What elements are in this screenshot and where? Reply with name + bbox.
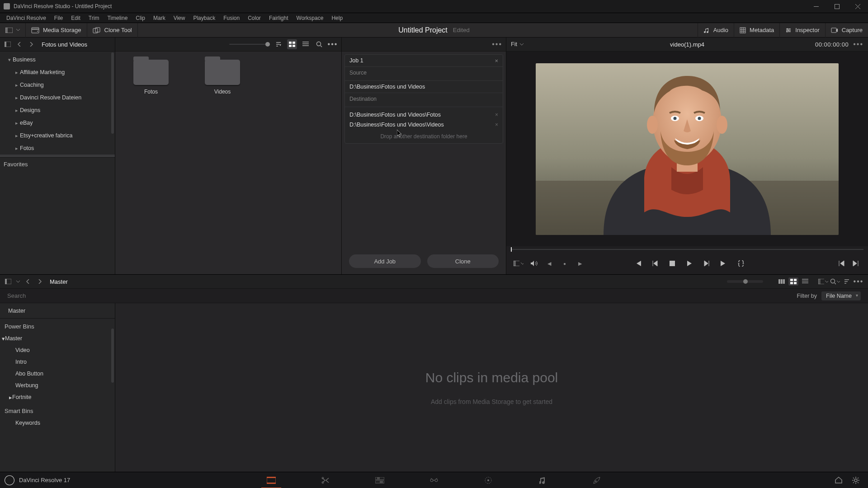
mark-in[interactable]: ◀ xyxy=(544,258,554,268)
view-list[interactable] xyxy=(301,39,311,49)
page-fairlight[interactable] xyxy=(537,475,548,486)
sort-button[interactable] xyxy=(274,39,283,49)
search-input[interactable]: Search xyxy=(7,292,26,299)
stop-button[interactable] xyxy=(667,258,677,268)
tree-scrollbar[interactable] xyxy=(111,52,114,157)
menu-workspace[interactable]: Workspace xyxy=(293,13,327,23)
remove-dest[interactable]: × xyxy=(495,112,498,118)
pool-search[interactable] xyxy=(830,277,840,286)
window-maximize[interactable] xyxy=(826,0,847,13)
menu-clip[interactable]: Clip xyxy=(132,13,149,23)
menu-help[interactable]: Help xyxy=(328,13,346,23)
menu-playback[interactable]: Playback xyxy=(189,13,219,23)
page-cut[interactable] xyxy=(320,475,331,486)
go-in-point[interactable] xyxy=(836,258,846,268)
clone-tool-button[interactable]: Clone Tool xyxy=(87,23,138,38)
favorites-section[interactable]: Favorites xyxy=(0,157,115,171)
audio-button[interactable]: Audio xyxy=(698,23,734,38)
tree-item[interactable]: ▸eBay xyxy=(0,117,115,129)
destination-drop-hint[interactable]: Drop another destination folder here xyxy=(349,130,498,141)
mark-out[interactable]: ▶ xyxy=(575,258,585,268)
pool-sort[interactable] xyxy=(842,277,852,286)
smart-bin-item[interactable]: Keywords xyxy=(0,417,115,429)
project-settings-button[interactable] xyxy=(852,476,860,484)
go-out-point[interactable] xyxy=(851,258,861,268)
menu-fairlight[interactable]: Fairlight xyxy=(265,13,292,23)
window-close[interactable] xyxy=(847,0,868,13)
page-color[interactable] xyxy=(483,475,494,486)
viewer-more[interactable]: ••• xyxy=(853,40,863,48)
media-browser-body[interactable]: Fotos Videos xyxy=(115,52,341,274)
mark-clip[interactable]: ● xyxy=(560,258,570,268)
pool-view-list[interactable] xyxy=(800,277,810,286)
view-thumbnails[interactable] xyxy=(287,39,297,49)
inspector-button[interactable]: Inspector xyxy=(779,23,825,38)
tree-root[interactable]: ▾Business xyxy=(0,53,115,66)
tree-item[interactable]: ▸Coaching xyxy=(0,79,115,91)
folder-item[interactable]: Videos xyxy=(198,60,247,95)
step-back[interactable] xyxy=(650,258,660,268)
pool-view-split[interactable] xyxy=(818,277,828,286)
nav-back[interactable] xyxy=(15,40,24,48)
page-fusion[interactable] xyxy=(429,475,439,486)
source-path[interactable]: D:\Business\Fotos und Videos xyxy=(349,84,498,90)
clone-button[interactable]: Clone xyxy=(427,254,499,268)
add-job-button[interactable]: Add Job xyxy=(349,254,421,268)
window-minimize[interactable] xyxy=(806,0,826,13)
menu-mark[interactable]: Mark xyxy=(150,13,169,23)
clone-more-button[interactable]: ••• xyxy=(492,40,502,48)
menu-davinci[interactable]: DaVinci Resolve xyxy=(3,13,50,23)
filter-by-dropdown[interactable]: File Name xyxy=(821,291,861,300)
search-button[interactable] xyxy=(314,39,324,49)
pool-view-strip[interactable] xyxy=(777,277,787,286)
viewer-zoom-fit[interactable]: Fit xyxy=(511,41,524,47)
remove-dest[interactable]: × xyxy=(495,122,498,128)
menu-edit[interactable]: Edit xyxy=(67,13,84,23)
play-button[interactable] xyxy=(684,258,694,268)
pool-more[interactable]: ••• xyxy=(854,277,863,286)
metadata-button[interactable]: Metadata xyxy=(734,23,779,38)
tree-item[interactable]: ▸Affiliate Marketing xyxy=(0,66,115,79)
menu-fusion[interactable]: Fusion xyxy=(220,13,243,23)
menu-view[interactable]: View xyxy=(170,13,189,23)
tree-item[interactable]: ▸Etsy+creative fabrica xyxy=(0,129,115,142)
pool-thumb-zoom[interactable] xyxy=(727,280,763,283)
power-bin-item[interactable]: Intro xyxy=(0,356,115,368)
tree-item[interactable]: ▸Fotos xyxy=(0,142,115,155)
layout-dropdown[interactable] xyxy=(0,23,26,38)
pool-nav-forward[interactable] xyxy=(36,278,43,285)
viewer-scrubber[interactable] xyxy=(506,246,868,253)
viewer-stage[interactable] xyxy=(506,52,868,246)
loop-button[interactable] xyxy=(736,258,746,268)
smart-bins-header[interactable]: Smart Bins xyxy=(0,403,115,417)
nav-forward[interactable] xyxy=(27,40,35,48)
go-last-frame[interactable] xyxy=(719,258,729,268)
bin-scrollbar[interactable] xyxy=(111,328,114,410)
sidebar-toggle[interactable] xyxy=(4,40,12,48)
job-close[interactable]: × xyxy=(495,57,498,64)
menu-file[interactable]: File xyxy=(51,13,66,23)
media-storage-button[interactable]: Media Storage xyxy=(26,23,87,38)
pool-nav-back[interactable] xyxy=(24,278,32,285)
menu-color[interactable]: Color xyxy=(244,13,264,23)
power-bins-header[interactable]: Power Bins xyxy=(0,319,115,333)
chevron-down-icon[interactable] xyxy=(16,281,20,283)
pool-sidebar-toggle[interactable] xyxy=(5,278,12,285)
menu-trim[interactable]: Trim xyxy=(85,13,103,23)
tree-item[interactable]: ▸Fotos und Videos xyxy=(0,155,115,157)
bin-master[interactable]: Master xyxy=(0,303,115,319)
thumbnail-zoom[interactable] xyxy=(119,44,270,45)
tree-item[interactable]: ▸Davinci Resolve Dateien xyxy=(0,91,115,104)
step-forward[interactable] xyxy=(702,258,712,268)
power-bin-item[interactable]: ▸Fortnite xyxy=(0,391,115,403)
page-edit[interactable] xyxy=(374,475,385,486)
mute-button[interactable] xyxy=(529,258,539,268)
power-bin-item[interactable]: Abo Button xyxy=(0,368,115,380)
page-deliver[interactable] xyxy=(591,475,602,486)
page-media[interactable] xyxy=(266,475,277,486)
pool-view-thumb[interactable] xyxy=(788,277,798,286)
capture-button[interactable]: Capture xyxy=(825,23,868,38)
tree-item[interactable]: ▸Designs xyxy=(0,104,115,117)
home-button[interactable] xyxy=(835,476,843,484)
power-bin-item[interactable]: Video xyxy=(0,344,115,356)
